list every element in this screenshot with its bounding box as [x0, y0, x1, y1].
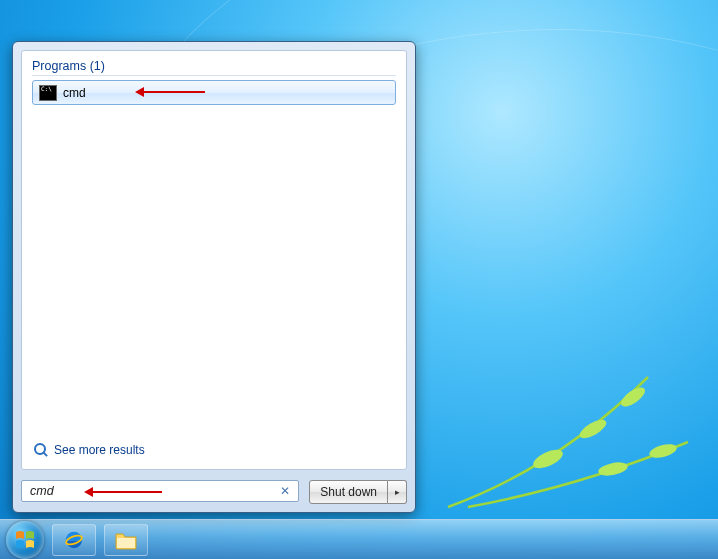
start-button[interactable]	[6, 521, 44, 559]
internet-explorer-icon	[63, 529, 85, 551]
clear-search-icon[interactable]: ✕	[278, 484, 292, 498]
see-more-results-link[interactable]: See more results	[32, 437, 396, 463]
annotation-arrow	[143, 91, 205, 93]
search-icon	[34, 443, 48, 457]
annotation-arrow	[92, 491, 162, 493]
svg-point-4	[648, 442, 678, 461]
taskbar	[0, 519, 718, 559]
results-empty-space	[32, 105, 396, 437]
see-more-label: See more results	[54, 443, 145, 457]
taskbar-item-file-explorer[interactable]	[104, 524, 148, 556]
folder-icon	[114, 530, 138, 550]
svg-point-3	[597, 460, 629, 478]
shutdown-options-button[interactable]: ▸	[388, 480, 407, 504]
taskbar-item-internet-explorer[interactable]	[52, 524, 96, 556]
search-result-label: cmd	[63, 86, 86, 100]
cmd-icon	[39, 85, 57, 101]
search-results-area: Programs (1) cmd See more results	[21, 50, 407, 470]
start-search-box[interactable]: ✕	[21, 480, 299, 502]
svg-point-1	[577, 416, 609, 441]
shutdown-label: Shut down	[320, 485, 377, 499]
search-result-cmd[interactable]: cmd	[32, 80, 396, 105]
results-section-header: Programs (1)	[32, 59, 396, 76]
wallpaper-plant	[438, 347, 708, 517]
svg-rect-7	[117, 538, 135, 548]
desktop-wallpaper: Programs (1) cmd See more results ✕	[0, 0, 718, 559]
start-menu-bottom-row: ✕ Shut down ▸	[21, 478, 407, 504]
shutdown-button[interactable]: Shut down	[309, 480, 388, 504]
start-menu-panel: Programs (1) cmd See more results ✕	[12, 41, 416, 513]
svg-point-2	[618, 384, 648, 410]
windows-logo-icon	[13, 528, 37, 552]
shutdown-button-group: Shut down ▸	[309, 480, 407, 502]
